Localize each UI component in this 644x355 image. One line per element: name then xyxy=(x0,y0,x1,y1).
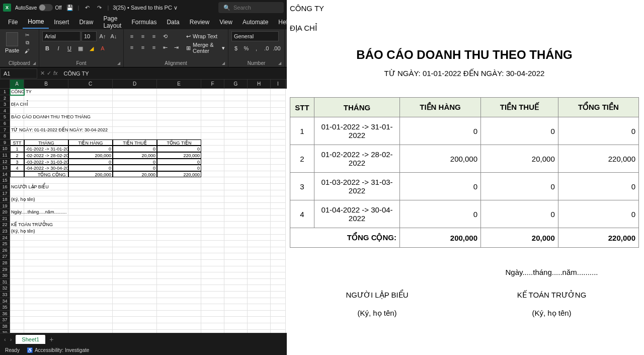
copy-icon[interactable]: ⧉ xyxy=(23,39,31,46)
cell[interactable] xyxy=(248,120,271,127)
cell[interactable] xyxy=(201,323,224,330)
cell[interactable] xyxy=(224,95,248,102)
cell[interactable] xyxy=(157,228,201,235)
fx-icon[interactable]: fx xyxy=(53,70,58,77)
cell[interactable] xyxy=(224,253,248,260)
cell[interactable] xyxy=(248,241,271,247)
cell[interactable] xyxy=(24,95,68,102)
cell[interactable]: 200,000 xyxy=(68,171,113,178)
cell[interactable] xyxy=(224,209,248,216)
cell[interactable] xyxy=(113,133,157,139)
cell[interactable] xyxy=(271,120,286,127)
cell[interactable]: BÁO CÁO DOANH THU THEO THÁNG xyxy=(10,114,24,120)
cell[interactable] xyxy=(10,241,24,247)
cell[interactable] xyxy=(10,266,24,273)
cell[interactable]: TIỀN HÀNG xyxy=(68,139,113,146)
comma-format-icon[interactable]: , xyxy=(252,43,261,53)
cell[interactable] xyxy=(157,89,201,95)
cell[interactable] xyxy=(157,114,201,120)
row-header[interactable]: 34 xyxy=(0,298,10,305)
spreadsheet-grid[interactable]: 1234567891011121314151617181920212223242… xyxy=(0,80,287,333)
cell[interactable] xyxy=(201,247,224,254)
cell[interactable] xyxy=(157,222,201,228)
cell[interactable] xyxy=(24,101,68,108)
cell[interactable] xyxy=(201,209,224,216)
row-header[interactable]: 38 xyxy=(0,323,10,330)
cell[interactable] xyxy=(201,127,224,133)
cell[interactable] xyxy=(224,304,248,311)
cell[interactable] xyxy=(10,247,24,254)
menu-view[interactable]: View xyxy=(214,16,237,28)
cell[interactable] xyxy=(201,89,224,95)
cell[interactable] xyxy=(224,165,248,171)
cell[interactable] xyxy=(113,108,157,114)
autosave-toggle[interactable]: AutoSave Off xyxy=(15,4,62,11)
cell[interactable] xyxy=(271,317,286,323)
cell[interactable] xyxy=(113,247,157,254)
cell[interactable] xyxy=(201,95,224,102)
cell[interactable] xyxy=(201,159,224,165)
row-header[interactable]: 30 xyxy=(0,272,10,279)
cell[interactable] xyxy=(68,228,113,235)
cell[interactable] xyxy=(271,139,286,146)
cell[interactable] xyxy=(248,159,271,165)
cell[interactable] xyxy=(68,196,113,203)
cell[interactable] xyxy=(248,95,271,102)
cell[interactable] xyxy=(201,114,224,120)
row-header[interactable]: 25 xyxy=(0,241,10,247)
row-header[interactable]: 27 xyxy=(0,253,10,260)
bold-button[interactable]: B xyxy=(42,43,52,53)
cell[interactable] xyxy=(68,311,113,317)
cell[interactable] xyxy=(157,253,201,260)
cell[interactable] xyxy=(271,89,286,95)
document-name[interactable]: 3(25) • Saved to this PC ∨ xyxy=(113,5,178,11)
cell[interactable] xyxy=(224,292,248,298)
cell[interactable] xyxy=(113,177,157,184)
cell[interactable] xyxy=(201,165,224,171)
align-center-icon[interactable]: ≡ xyxy=(138,42,148,52)
cell[interactable] xyxy=(24,279,68,286)
cell[interactable] xyxy=(10,253,24,260)
cell[interactable] xyxy=(271,222,286,228)
decrease-font-icon[interactable]: A↓ xyxy=(109,31,119,41)
cell[interactable] xyxy=(157,323,201,330)
font-size-select[interactable] xyxy=(82,31,97,41)
cell[interactable] xyxy=(271,260,286,266)
cell[interactable] xyxy=(248,317,271,323)
cell[interactable] xyxy=(224,272,248,279)
cell[interactable]: 220,000 xyxy=(157,152,201,159)
cell[interactable] xyxy=(271,228,286,235)
wrap-text-button[interactable]: ↩Wrap Text xyxy=(186,31,225,41)
cell[interactable] xyxy=(271,133,286,139)
cell[interactable] xyxy=(113,298,157,305)
cell[interactable] xyxy=(271,241,286,247)
cell[interactable] xyxy=(248,133,271,139)
cell[interactable] xyxy=(113,292,157,298)
cell[interactable] xyxy=(224,285,248,292)
cell[interactable] xyxy=(201,253,224,260)
cell[interactable]: 0 xyxy=(113,146,157,152)
cell[interactable] xyxy=(201,228,224,235)
cell[interactable] xyxy=(201,177,224,184)
cell[interactable] xyxy=(157,304,201,311)
dialog-launcher-icon[interactable]: ◢ xyxy=(33,61,38,66)
cell[interactable] xyxy=(271,152,286,159)
cell[interactable] xyxy=(10,311,24,317)
cell[interactable] xyxy=(248,228,271,235)
cell[interactable]: 0 xyxy=(157,165,201,171)
cell[interactable] xyxy=(248,266,271,273)
cell[interactable] xyxy=(10,177,24,184)
cell[interactable] xyxy=(113,260,157,266)
cell[interactable] xyxy=(113,89,157,95)
cell[interactable]: -02-2022 -> 28-02-20 xyxy=(24,152,68,159)
row-header[interactable]: 20 xyxy=(0,209,10,216)
cell[interactable] xyxy=(68,298,113,305)
row-header[interactable]: 10 xyxy=(0,146,10,152)
cell[interactable] xyxy=(10,108,24,114)
cell[interactable] xyxy=(248,311,271,317)
undo-icon[interactable]: ↶ xyxy=(83,4,91,12)
cell[interactable] xyxy=(271,235,286,241)
cell[interactable] xyxy=(24,260,68,266)
cell[interactable]: -04-2022 -> 30-04-20 xyxy=(24,165,68,171)
col-header-E[interactable]: E xyxy=(157,80,201,89)
